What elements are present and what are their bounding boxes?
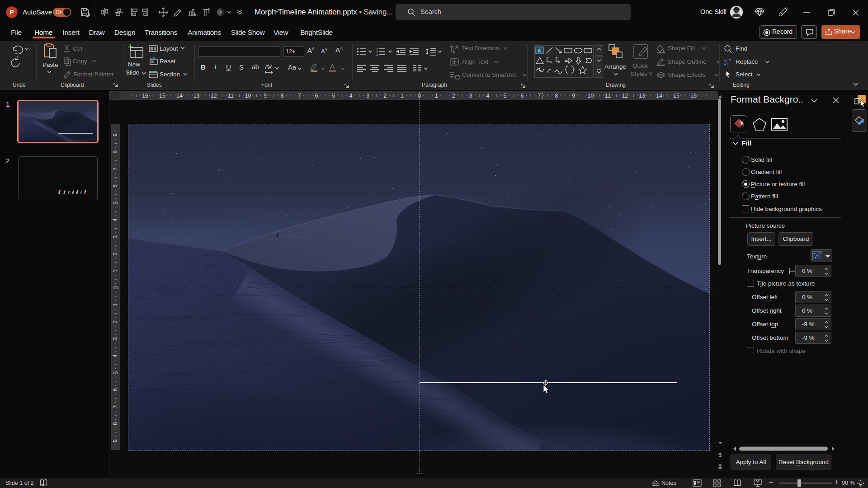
svg-text:A: A — [538, 48, 541, 53]
svg-text:A: A — [455, 45, 458, 50]
svg-text:c: c — [727, 61, 730, 66]
svg-text:b: b — [724, 57, 727, 63]
svg-text:3: 3 — [376, 53, 378, 56]
svg-text:P: P — [9, 9, 14, 16]
